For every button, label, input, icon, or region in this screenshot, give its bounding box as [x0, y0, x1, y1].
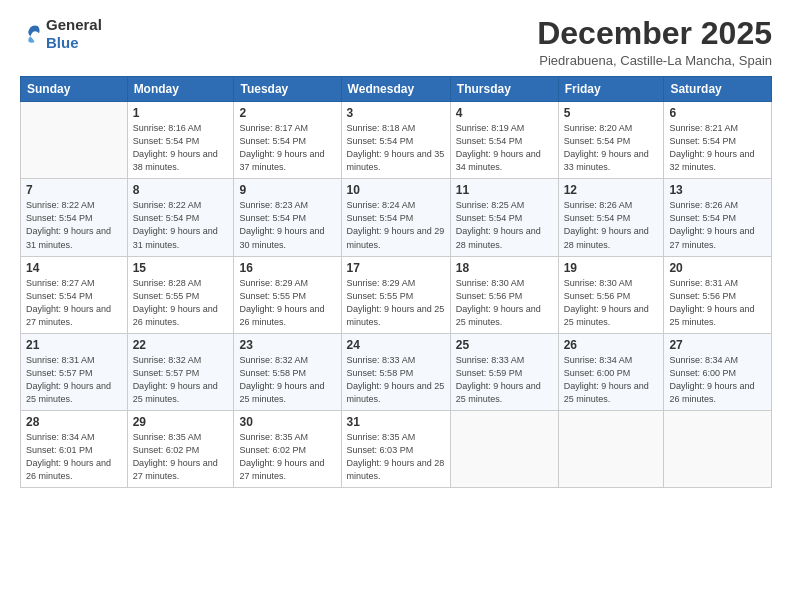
day-number: 16 [239, 261, 335, 275]
calendar-cell: 25Sunrise: 8:33 AMSunset: 5:59 PMDayligh… [450, 333, 558, 410]
day-number: 31 [347, 415, 445, 429]
calendar-cell: 3Sunrise: 8:18 AMSunset: 5:54 PMDaylight… [341, 102, 450, 179]
day-number: 24 [347, 338, 445, 352]
day-info: Sunrise: 8:35 AMSunset: 6:02 PMDaylight:… [133, 432, 218, 481]
logo: General Blue [20, 16, 102, 52]
calendar-cell: 13Sunrise: 8:26 AMSunset: 5:54 PMDayligh… [664, 179, 772, 256]
day-info: Sunrise: 8:24 AMSunset: 5:54 PMDaylight:… [347, 200, 445, 249]
day-number: 19 [564, 261, 659, 275]
day-number: 17 [347, 261, 445, 275]
logo-blue-text: Blue [46, 34, 79, 51]
weekday-header-saturday: Saturday [664, 77, 772, 102]
day-number: 4 [456, 106, 553, 120]
day-number: 18 [456, 261, 553, 275]
day-info: Sunrise: 8:32 AMSunset: 5:58 PMDaylight:… [239, 355, 324, 404]
calendar-cell [21, 102, 128, 179]
day-info: Sunrise: 8:35 AMSunset: 6:02 PMDaylight:… [239, 432, 324, 481]
calendar-cell: 1Sunrise: 8:16 AMSunset: 5:54 PMDaylight… [127, 102, 234, 179]
calendar-cell: 2Sunrise: 8:17 AMSunset: 5:54 PMDaylight… [234, 102, 341, 179]
day-number: 23 [239, 338, 335, 352]
day-number: 20 [669, 261, 766, 275]
day-info: Sunrise: 8:29 AMSunset: 5:55 PMDaylight:… [347, 278, 445, 327]
calendar-cell: 10Sunrise: 8:24 AMSunset: 5:54 PMDayligh… [341, 179, 450, 256]
weekday-header-tuesday: Tuesday [234, 77, 341, 102]
day-info: Sunrise: 8:21 AMSunset: 5:54 PMDaylight:… [669, 123, 754, 172]
weekday-header-wednesday: Wednesday [341, 77, 450, 102]
day-number: 28 [26, 415, 122, 429]
day-number: 6 [669, 106, 766, 120]
calendar-cell: 27Sunrise: 8:34 AMSunset: 6:00 PMDayligh… [664, 333, 772, 410]
calendar-cell: 7Sunrise: 8:22 AMSunset: 5:54 PMDaylight… [21, 179, 128, 256]
day-number: 1 [133, 106, 229, 120]
calendar-cell [664, 410, 772, 487]
day-number: 30 [239, 415, 335, 429]
calendar-cell [558, 410, 664, 487]
day-info: Sunrise: 8:22 AMSunset: 5:54 PMDaylight:… [26, 200, 111, 249]
calendar-cell: 12Sunrise: 8:26 AMSunset: 5:54 PMDayligh… [558, 179, 664, 256]
calendar-cell: 16Sunrise: 8:29 AMSunset: 5:55 PMDayligh… [234, 256, 341, 333]
day-number: 13 [669, 183, 766, 197]
calendar-cell: 5Sunrise: 8:20 AMSunset: 5:54 PMDaylight… [558, 102, 664, 179]
day-number: 15 [133, 261, 229, 275]
day-number: 27 [669, 338, 766, 352]
location-subtitle: Piedrabuena, Castille-La Mancha, Spain [537, 53, 772, 68]
calendar-cell: 20Sunrise: 8:31 AMSunset: 5:56 PMDayligh… [664, 256, 772, 333]
day-info: Sunrise: 8:19 AMSunset: 5:54 PMDaylight:… [456, 123, 541, 172]
day-info: Sunrise: 8:29 AMSunset: 5:55 PMDaylight:… [239, 278, 324, 327]
day-number: 10 [347, 183, 445, 197]
day-info: Sunrise: 8:16 AMSunset: 5:54 PMDaylight:… [133, 123, 218, 172]
day-info: Sunrise: 8:34 AMSunset: 6:00 PMDaylight:… [669, 355, 754, 404]
day-number: 5 [564, 106, 659, 120]
day-info: Sunrise: 8:34 AMSunset: 6:01 PMDaylight:… [26, 432, 111, 481]
calendar-cell: 31Sunrise: 8:35 AMSunset: 6:03 PMDayligh… [341, 410, 450, 487]
calendar-cell: 9Sunrise: 8:23 AMSunset: 5:54 PMDaylight… [234, 179, 341, 256]
calendar-cell: 19Sunrise: 8:30 AMSunset: 5:56 PMDayligh… [558, 256, 664, 333]
calendar-cell: 15Sunrise: 8:28 AMSunset: 5:55 PMDayligh… [127, 256, 234, 333]
calendar-cell: 6Sunrise: 8:21 AMSunset: 5:54 PMDaylight… [664, 102, 772, 179]
day-number: 11 [456, 183, 553, 197]
calendar-cell: 22Sunrise: 8:32 AMSunset: 5:57 PMDayligh… [127, 333, 234, 410]
calendar-cell: 24Sunrise: 8:33 AMSunset: 5:58 PMDayligh… [341, 333, 450, 410]
calendar-cell: 18Sunrise: 8:30 AMSunset: 5:56 PMDayligh… [450, 256, 558, 333]
day-number: 2 [239, 106, 335, 120]
calendar-cell: 26Sunrise: 8:34 AMSunset: 6:00 PMDayligh… [558, 333, 664, 410]
day-number: 22 [133, 338, 229, 352]
day-info: Sunrise: 8:20 AMSunset: 5:54 PMDaylight:… [564, 123, 649, 172]
calendar-cell: 21Sunrise: 8:31 AMSunset: 5:57 PMDayligh… [21, 333, 128, 410]
day-number: 25 [456, 338, 553, 352]
calendar-cell: 23Sunrise: 8:32 AMSunset: 5:58 PMDayligh… [234, 333, 341, 410]
calendar-cell: 14Sunrise: 8:27 AMSunset: 5:54 PMDayligh… [21, 256, 128, 333]
page: General Blue December 2025 Piedrabuena, … [0, 0, 792, 612]
calendar-cell: 4Sunrise: 8:19 AMSunset: 5:54 PMDaylight… [450, 102, 558, 179]
day-number: 9 [239, 183, 335, 197]
weekday-header-thursday: Thursday [450, 77, 558, 102]
day-number: 7 [26, 183, 122, 197]
day-number: 21 [26, 338, 122, 352]
day-info: Sunrise: 8:30 AMSunset: 5:56 PMDaylight:… [456, 278, 541, 327]
day-info: Sunrise: 8:26 AMSunset: 5:54 PMDaylight:… [669, 200, 754, 249]
day-number: 12 [564, 183, 659, 197]
weekday-header-sunday: Sunday [21, 77, 128, 102]
day-info: Sunrise: 8:17 AMSunset: 5:54 PMDaylight:… [239, 123, 324, 172]
day-info: Sunrise: 8:25 AMSunset: 5:54 PMDaylight:… [456, 200, 541, 249]
day-info: Sunrise: 8:18 AMSunset: 5:54 PMDaylight:… [347, 123, 445, 172]
calendar-table: SundayMondayTuesdayWednesdayThursdayFrid… [20, 76, 772, 488]
header: General Blue December 2025 Piedrabuena, … [20, 16, 772, 68]
calendar-cell: 8Sunrise: 8:22 AMSunset: 5:54 PMDaylight… [127, 179, 234, 256]
day-number: 29 [133, 415, 229, 429]
day-number: 8 [133, 183, 229, 197]
logo-general-text: General [46, 16, 102, 33]
day-info: Sunrise: 8:33 AMSunset: 5:59 PMDaylight:… [456, 355, 541, 404]
day-info: Sunrise: 8:35 AMSunset: 6:03 PMDaylight:… [347, 432, 445, 481]
day-number: 3 [347, 106, 445, 120]
day-info: Sunrise: 8:22 AMSunset: 5:54 PMDaylight:… [133, 200, 218, 249]
day-info: Sunrise: 8:34 AMSunset: 6:00 PMDaylight:… [564, 355, 649, 404]
weekday-header-monday: Monday [127, 77, 234, 102]
day-info: Sunrise: 8:27 AMSunset: 5:54 PMDaylight:… [26, 278, 111, 327]
calendar-cell: 11Sunrise: 8:25 AMSunset: 5:54 PMDayligh… [450, 179, 558, 256]
day-info: Sunrise: 8:33 AMSunset: 5:58 PMDaylight:… [347, 355, 445, 404]
calendar-cell: 30Sunrise: 8:35 AMSunset: 6:02 PMDayligh… [234, 410, 341, 487]
day-info: Sunrise: 8:26 AMSunset: 5:54 PMDaylight:… [564, 200, 649, 249]
day-info: Sunrise: 8:31 AMSunset: 5:56 PMDaylight:… [669, 278, 754, 327]
title-block: December 2025 Piedrabuena, Castille-La M… [537, 16, 772, 68]
